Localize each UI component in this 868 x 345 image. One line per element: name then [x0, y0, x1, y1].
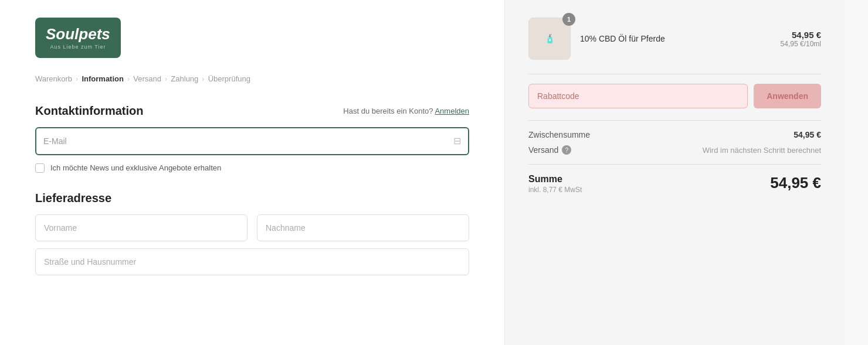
logo-area: Soulpets Aus Liebe zum Tier: [35, 18, 469, 58]
subtotal-row: Zwischensumme 54,95 €: [528, 130, 821, 139]
delivery-title: Lieferadresse: [35, 192, 469, 205]
breadcrumb-sep-4: ›: [202, 74, 204, 83]
product-image-wrap: 🧴 1: [528, 18, 571, 60]
total-label: Summe: [528, 174, 582, 185]
breadcrumb-zahlung[interactable]: Zahlung: [171, 74, 198, 83]
divider-3: [528, 164, 821, 165]
shipping-label: Versand ?: [528, 145, 571, 155]
firstname-field: [35, 214, 247, 241]
breadcrumb-ueberpruefung[interactable]: Überprüfung: [208, 74, 250, 83]
street-input[interactable]: [35, 248, 469, 275]
contact-header: Kontaktinformation Hast du bereits ein K…: [35, 104, 469, 118]
breadcrumb-information[interactable]: Information: [82, 74, 124, 83]
subtotal-label: Zwischensumme: [528, 130, 590, 139]
lastname-field: [257, 214, 469, 241]
divider-1: [528, 74, 821, 74]
email-field-wrap: ⊟: [35, 127, 469, 155]
logo-box[interactable]: Soulpets Aus Liebe zum Tier: [35, 18, 121, 58]
product-row: 🧴 1 10% CBD Öl für Pferde 54,95 € 54,95 …: [528, 18, 821, 60]
discount-button[interactable]: Anwenden: [754, 84, 821, 108]
email-input[interactable]: [43, 128, 453, 154]
newsletter-label: Ich möchte News und exklusive Angebote e…: [50, 163, 221, 172]
shipping-value: Wird im nächsten Schritt berechnet: [703, 146, 821, 155]
street-row: [35, 248, 469, 275]
login-link[interactable]: Anmelden: [435, 107, 469, 115]
contact-title: Kontaktinformation: [35, 104, 143, 118]
product-unit-price: 54,95 €/10ml: [781, 40, 821, 48]
shipping-help-icon[interactable]: ?: [562, 145, 571, 155]
product-price-col: 54,95 € 54,95 €/10ml: [781, 30, 821, 48]
breadcrumb-sep-2: ›: [127, 74, 130, 83]
breadcrumb: Warenkorb › Information › Versand › Zahl…: [35, 74, 469, 83]
shipping-row: Versand ? Wird im nächsten Schritt berec…: [528, 145, 821, 155]
total-row: Summe inkl. 8,77 € MwSt 54,95 €: [528, 174, 821, 194]
total-value: 54,95 €: [770, 174, 821, 192]
breadcrumb-sep-3: ›: [165, 74, 167, 83]
total-sub: inkl. 8,77 € MwSt: [528, 186, 582, 194]
divider-2: [528, 120, 821, 121]
product-image-icon: 🧴: [545, 34, 555, 43]
discount-input[interactable]: [528, 84, 748, 108]
firstname-input[interactable]: [35, 214, 247, 241]
right-panel: 🧴 1 10% CBD Öl für Pferde 54,95 € 54,95 …: [504, 0, 845, 345]
name-row: [35, 214, 469, 241]
login-hint: Hast du bereits ein Konto? Anmelden: [343, 107, 469, 115]
newsletter-checkbox[interactable]: [35, 163, 45, 173]
breadcrumb-sep-1: ›: [76, 74, 78, 83]
product-name: 10% CBD Öl für Pferde: [580, 34, 771, 43]
email-autofill-icon: ⊟: [453, 135, 461, 146]
total-label-wrap: Summe inkl. 8,77 € MwSt: [528, 174, 582, 194]
subtotal-value: 54,95 €: [794, 130, 821, 139]
product-info: 10% CBD Öl für Pferde: [580, 34, 771, 43]
lastname-input[interactable]: [257, 214, 469, 241]
product-price: 54,95 €: [792, 30, 821, 40]
logo-sub: Aus Liebe zum Tier: [46, 44, 110, 50]
breadcrumb-warenkorb[interactable]: Warenkorb: [35, 74, 72, 83]
product-quantity-badge: 1: [562, 13, 575, 26]
logo-text: Soulpets: [46, 26, 110, 43]
discount-row: Anwenden: [528, 84, 821, 108]
newsletter-row: Ich möchte News und exklusive Angebote e…: [35, 163, 469, 173]
breadcrumb-versand[interactable]: Versand: [133, 74, 161, 83]
